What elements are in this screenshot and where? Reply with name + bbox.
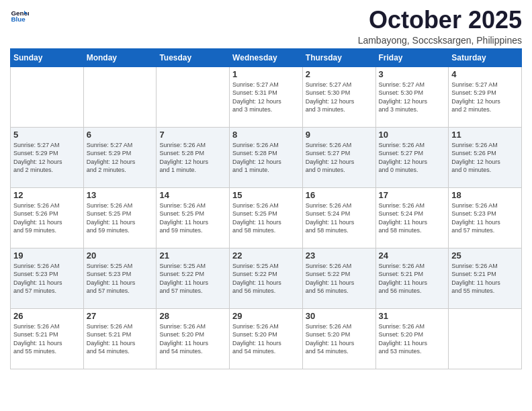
day-info: Sunrise: 5:26 AMSunset: 5:25 PMDaylight:…: [159, 201, 226, 235]
calendar-cell: 13Sunrise: 5:26 AMSunset: 5:25 PMDayligh…: [83, 187, 157, 248]
calendar-cell: 18Sunrise: 5:26 AMSunset: 5:23 PMDayligh…: [449, 187, 522, 248]
calendar-week-row: 12Sunrise: 5:26 AMSunset: 5:26 PMDayligh…: [11, 187, 522, 248]
svg-text:Blue: Blue: [11, 15, 26, 23]
page-header: General Blue October 2025 Lambayong, Soc…: [10, 7, 522, 46]
day-number: 10: [379, 130, 446, 140]
weekday-header-friday: Friday: [375, 48, 449, 66]
day-number: 23: [306, 250, 373, 261]
day-info: Sunrise: 5:26 AMSunset: 5:23 PMDaylight:…: [13, 262, 81, 295]
calendar-table: SundayMondayTuesdayWednesdayThursdayFrid…: [10, 48, 522, 369]
day-info: Sunrise: 5:26 AMSunset: 5:27 PMDaylight:…: [306, 141, 373, 175]
day-number: 19: [13, 250, 81, 261]
weekday-header-monday: Monday: [83, 48, 157, 66]
day-number: 16: [306, 190, 373, 200]
day-info: Sunrise: 5:26 AMSunset: 5:21 PMDaylight:…: [379, 262, 446, 295]
calendar-cell: 27Sunrise: 5:26 AMSunset: 5:21 PMDayligh…: [83, 308, 157, 369]
calendar-cell: 30Sunrise: 5:26 AMSunset: 5:20 PMDayligh…: [302, 308, 375, 369]
day-number: 1: [232, 69, 300, 79]
calendar-week-row: 26Sunrise: 5:26 AMSunset: 5:21 PMDayligh…: [11, 308, 522, 369]
calendar-cell: 3Sunrise: 5:27 AMSunset: 5:30 PMDaylight…: [375, 66, 449, 127]
day-info: Sunrise: 5:26 AMSunset: 5:20 PMDaylight:…: [306, 322, 373, 356]
calendar-cell: 7Sunrise: 5:26 AMSunset: 5:28 PMDaylight…: [157, 127, 230, 187]
day-info: Sunrise: 5:26 AMSunset: 5:27 PMDaylight:…: [379, 141, 446, 175]
calendar-cell: 11Sunrise: 5:26 AMSunset: 5:26 PMDayligh…: [449, 127, 522, 187]
month-title: October 2025: [358, 7, 522, 34]
calendar-week-row: 5Sunrise: 5:27 AMSunset: 5:29 PMDaylight…: [11, 127, 522, 187]
day-info: Sunrise: 5:27 AMSunset: 5:30 PMDaylight:…: [379, 81, 446, 114]
logo: General Blue: [10, 7, 29, 26]
day-info: Sunrise: 5:25 AMSunset: 5:23 PMDaylight:…: [87, 262, 154, 295]
calendar-cell: 24Sunrise: 5:26 AMSunset: 5:21 PMDayligh…: [375, 248, 449, 308]
calendar-cell: 6Sunrise: 5:27 AMSunset: 5:29 PMDaylight…: [83, 127, 157, 187]
calendar-cell: 29Sunrise: 5:26 AMSunset: 5:20 PMDayligh…: [230, 308, 303, 369]
calendar-cell: 26Sunrise: 5:26 AMSunset: 5:21 PMDayligh…: [11, 308, 84, 369]
calendar-cell: 28Sunrise: 5:26 AMSunset: 5:20 PMDayligh…: [157, 308, 230, 369]
calendar-cell: 21Sunrise: 5:25 AMSunset: 5:22 PMDayligh…: [157, 248, 230, 308]
day-info: Sunrise: 5:26 AMSunset: 5:21 PMDaylight:…: [13, 322, 81, 356]
day-number: 30: [306, 311, 373, 321]
calendar-cell: 1Sunrise: 5:27 AMSunset: 5:31 PMDaylight…: [230, 66, 303, 127]
calendar-cell: 10Sunrise: 5:26 AMSunset: 5:27 PMDayligh…: [375, 127, 449, 187]
day-info: Sunrise: 5:25 AMSunset: 5:22 PMDaylight:…: [232, 262, 300, 295]
title-area: October 2025 Lambayong, Soccsksargen, Ph…: [358, 7, 522, 46]
calendar-cell: 5Sunrise: 5:27 AMSunset: 5:29 PMDaylight…: [11, 127, 84, 187]
calendar-week-row: 19Sunrise: 5:26 AMSunset: 5:23 PMDayligh…: [11, 248, 522, 308]
calendar-cell: [157, 66, 230, 127]
day-number: 31: [379, 311, 446, 321]
day-number: 21: [159, 250, 226, 261]
day-info: Sunrise: 5:26 AMSunset: 5:25 PMDaylight:…: [87, 201, 154, 235]
day-number: 18: [451, 190, 519, 200]
day-info: Sunrise: 5:26 AMSunset: 5:20 PMDaylight:…: [232, 322, 300, 356]
calendar-cell: 22Sunrise: 5:25 AMSunset: 5:22 PMDayligh…: [230, 248, 303, 308]
calendar-cell: 23Sunrise: 5:26 AMSunset: 5:22 PMDayligh…: [302, 248, 375, 308]
calendar-cell: [83, 66, 157, 127]
day-number: 12: [13, 190, 81, 200]
day-number: 22: [232, 250, 300, 261]
day-info: Sunrise: 5:27 AMSunset: 5:31 PMDaylight:…: [232, 81, 300, 114]
weekday-header-row: SundayMondayTuesdayWednesdayThursdayFrid…: [11, 48, 522, 66]
day-info: Sunrise: 5:26 AMSunset: 5:28 PMDaylight:…: [159, 141, 226, 175]
day-info: Sunrise: 5:26 AMSunset: 5:24 PMDaylight:…: [379, 201, 446, 235]
day-info: Sunrise: 5:27 AMSunset: 5:29 PMDaylight:…: [87, 141, 154, 175]
day-info: Sunrise: 5:25 AMSunset: 5:22 PMDaylight:…: [159, 262, 226, 295]
calendar-cell: [11, 66, 84, 127]
day-number: 8: [232, 130, 300, 140]
calendar-cell: 14Sunrise: 5:26 AMSunset: 5:25 PMDayligh…: [157, 187, 230, 248]
weekday-header-saturday: Saturday: [449, 48, 522, 66]
day-number: 29: [232, 311, 300, 321]
calendar-cell: 19Sunrise: 5:26 AMSunset: 5:23 PMDayligh…: [11, 248, 84, 308]
calendar-week-row: 1Sunrise: 5:27 AMSunset: 5:31 PMDaylight…: [11, 66, 522, 127]
weekday-header-tuesday: Tuesday: [157, 48, 230, 66]
day-number: 17: [379, 190, 446, 200]
day-info: Sunrise: 5:26 AMSunset: 5:28 PMDaylight:…: [232, 141, 300, 175]
logo-icon: General Blue: [10, 7, 29, 26]
day-number: 5: [13, 130, 81, 140]
day-number: 25: [451, 250, 519, 261]
day-number: 26: [13, 311, 81, 321]
day-number: 15: [232, 190, 300, 200]
day-number: 13: [87, 190, 154, 200]
calendar-cell: 25Sunrise: 5:26 AMSunset: 5:21 PMDayligh…: [449, 248, 522, 308]
weekday-header-wednesday: Wednesday: [230, 48, 303, 66]
day-info: Sunrise: 5:26 AMSunset: 5:21 PMDaylight:…: [87, 322, 154, 356]
day-info: Sunrise: 5:26 AMSunset: 5:23 PMDaylight:…: [451, 201, 519, 235]
calendar-cell: 16Sunrise: 5:26 AMSunset: 5:24 PMDayligh…: [302, 187, 375, 248]
day-number: 4: [451, 69, 519, 79]
day-number: 24: [379, 250, 446, 261]
calendar-cell: 4Sunrise: 5:27 AMSunset: 5:29 PMDaylight…: [449, 66, 522, 127]
day-number: 6: [87, 130, 154, 140]
calendar-cell: 9Sunrise: 5:26 AMSunset: 5:27 PMDaylight…: [302, 127, 375, 187]
day-info: Sunrise: 5:26 AMSunset: 5:20 PMDaylight:…: [159, 322, 226, 356]
day-number: 2: [306, 69, 373, 79]
day-number: 27: [87, 311, 154, 321]
day-info: Sunrise: 5:27 AMSunset: 5:30 PMDaylight:…: [306, 81, 373, 114]
calendar-cell: [449, 308, 522, 369]
day-info: Sunrise: 5:27 AMSunset: 5:29 PMDaylight:…: [451, 81, 519, 114]
calendar-cell: 31Sunrise: 5:26 AMSunset: 5:20 PMDayligh…: [375, 308, 449, 369]
day-info: Sunrise: 5:26 AMSunset: 5:21 PMDaylight:…: [451, 262, 519, 295]
day-number: 9: [306, 130, 373, 140]
day-info: Sunrise: 5:26 AMSunset: 5:24 PMDaylight:…: [306, 201, 373, 235]
calendar-cell: 17Sunrise: 5:26 AMSunset: 5:24 PMDayligh…: [375, 187, 449, 248]
day-number: 28: [159, 311, 226, 321]
calendar-cell: 15Sunrise: 5:26 AMSunset: 5:25 PMDayligh…: [230, 187, 303, 248]
